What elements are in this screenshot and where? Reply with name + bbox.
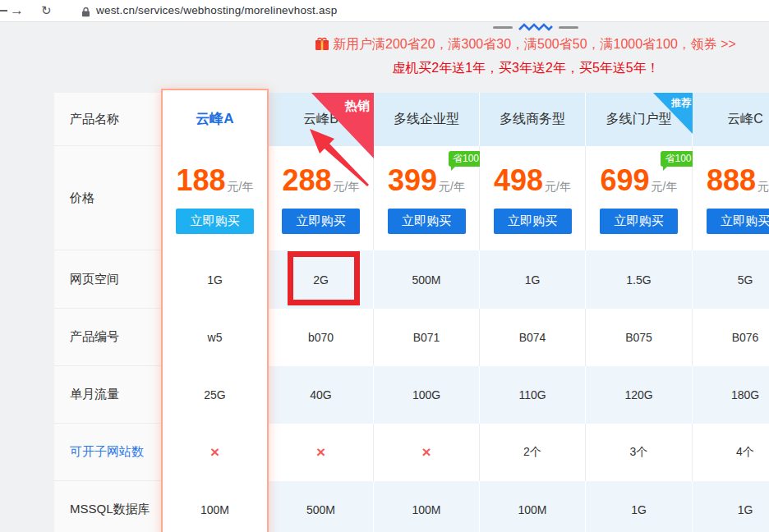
- row-label-web-space: 网页空间: [54, 250, 161, 309]
- lock-icon: [81, 6, 90, 21]
- plan-card-yunfeng-a: 云峰A 188元/年 立即购买 1G w5 25G × 100M: [161, 89, 269, 532]
- hot-sale-label: 热销: [345, 99, 370, 114]
- plan-name: 多线企业型: [374, 93, 480, 146]
- promo-banner: 新用户满200省20，满300省30，满500省50，满1000省100，领券 …: [263, 33, 769, 79]
- plan-mssql: 100M: [374, 481, 480, 532]
- gift-icon: [315, 34, 329, 57]
- plan-subsites: ×: [374, 424, 480, 481]
- plan-mssql: 1G: [586, 481, 693, 532]
- plan-price: 888: [707, 163, 756, 197]
- coupon-link[interactable]: 领券 >>: [691, 37, 736, 51]
- divider-dash: [559, 26, 578, 29]
- address-bar[interactable]: west.cn/services/webhosting/morelinevhos…: [96, 4, 337, 16]
- plan-price: 188: [177, 163, 226, 197]
- zigzag-divider: [493, 22, 583, 32]
- price-unit: 元/年: [757, 180, 769, 193]
- save-badge: 省100: [449, 151, 483, 167]
- promo-text: 新用户满200省20，满300省30，满500省50，满1000省100，: [333, 37, 691, 51]
- forward-icon[interactable]: →: [10, 1, 24, 21]
- plan-column-portal: 多线门户型 699元/年 省100 立即购买 1.5G B075 120G 3个…: [586, 93, 693, 532]
- plan-price: 699: [601, 163, 650, 197]
- buy-now-button[interactable]: 立即购买: [176, 209, 254, 234]
- plan-name: 多线商务型: [480, 93, 586, 146]
- plan-product-code: B076: [693, 309, 769, 366]
- row-label-column: 产品名称 价格 网页空间 产品编号 单月流量 可开子网站数 MSSQL数据库: [54, 93, 161, 532]
- plan-subsites: 3个: [586, 424, 693, 481]
- promo-line2: 虚机买2年送1年，买3年送2年，买5年送5年！: [263, 57, 769, 79]
- plan-monthly-traffic: 120G: [586, 366, 693, 424]
- plan-price: 498: [494, 163, 543, 197]
- zigzag-icon: [518, 22, 554, 32]
- plan-subsites: ×: [163, 424, 267, 481]
- buy-now-button[interactable]: 立即购买: [494, 209, 572, 234]
- row-label-mssql: MSSQL数据库: [54, 481, 161, 532]
- plan-price: 288: [283, 163, 332, 197]
- plan-mssql: 1G: [693, 481, 769, 532]
- plan-column-enterprise: 多线企业型 399元/年 省100 立即购买 500M B071 100G × …: [374, 93, 480, 532]
- back-icon[interactable]: [0, 10, 7, 11]
- buy-now-button[interactable]: 立即购买: [388, 209, 466, 234]
- price-unit: 元/年: [334, 180, 360, 193]
- plan-product-code: w5: [163, 309, 267, 366]
- price-unit: 元/年: [545, 180, 571, 193]
- buy-now-button[interactable]: 立即购买: [707, 209, 769, 234]
- plan-mssql: 500M: [269, 481, 374, 532]
- recommend-label: 推荐: [671, 96, 691, 110]
- buy-now-button[interactable]: 立即购买: [282, 209, 360, 234]
- plan-web-space: 1G: [163, 250, 267, 309]
- plan-web-space: 5G: [693, 250, 769, 309]
- row-label-monthly-traffic: 单月流量: [54, 366, 161, 424]
- plan-subsites: 4个: [693, 424, 769, 481]
- divider-dash: [493, 26, 513, 29]
- plan-column-yunfeng-b: 云峰B 288元/年 立即购买 2G b070 40G × 500M 热销: [269, 93, 374, 532]
- plan-web-space: 2G: [269, 250, 374, 309]
- plan-product-code: B074: [480, 309, 586, 366]
- price-unit: 元/年: [228, 180, 254, 193]
- price-unit: 元/年: [439, 180, 465, 193]
- plan-monthly-traffic: 180G: [693, 366, 769, 424]
- plan-mssql: 100M: [480, 481, 586, 532]
- plan-monthly-traffic: 25G: [163, 366, 267, 424]
- plan-subsites: ×: [269, 424, 374, 481]
- buy-now-button[interactable]: 立即购买: [600, 209, 678, 234]
- plan-web-space: 500M: [374, 250, 480, 309]
- plan-column-yunfeng-c: 云峰C 888元/年 立即购买 5G B076 180G 4个 1G: [693, 93, 769, 532]
- row-label-subsites-link[interactable]: 可开子网站数: [54, 424, 161, 481]
- plan-name: 云峰C: [693, 93, 769, 146]
- row-label-product-code: 产品编号: [54, 309, 161, 366]
- plan-name: 云峰A: [163, 90, 267, 146]
- page: → ↻ west.cn/services/webhosting/moreline…: [0, 0, 769, 532]
- row-label-product-name: 产品名称: [54, 93, 161, 146]
- plan-monthly-traffic: 40G: [269, 366, 374, 424]
- price-unit: 元/年: [652, 180, 678, 193]
- plan-web-space: 1G: [480, 250, 586, 309]
- plan-monthly-traffic: 110G: [480, 366, 586, 424]
- browser-toolbar: → ↻ west.cn/services/webhosting/moreline…: [0, 0, 769, 22]
- promo-line1: 新用户满200省20，满300省30，满500省50，满1000省100，领券 …: [263, 33, 769, 57]
- plan-product-code: b070: [269, 309, 374, 366]
- plan-price: 399: [388, 163, 437, 197]
- plan-monthly-traffic: 100G: [374, 366, 480, 424]
- row-label-price: 价格: [54, 146, 161, 250]
- save-badge: 省100: [661, 151, 695, 167]
- plan-product-code: B075: [586, 309, 693, 366]
- plan-mssql: 100M: [163, 481, 267, 532]
- plan-product-code: B071: [374, 309, 480, 366]
- plan-subsites: 2个: [480, 424, 586, 481]
- reload-icon[interactable]: ↻: [41, 1, 52, 21]
- plan-column-business: 多线商务型 498元/年 立即购买 1G B074 110G 2个 100M: [480, 93, 586, 532]
- plan-web-space: 1.5G: [586, 250, 693, 309]
